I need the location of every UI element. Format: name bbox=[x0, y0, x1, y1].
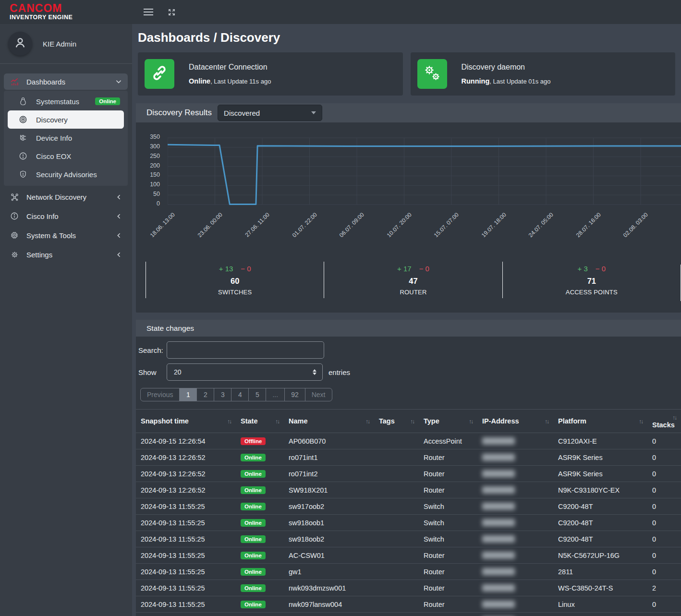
selected-filter-value: Discovered bbox=[224, 109, 260, 117]
card-status-detail: , Last Update 01s ago bbox=[489, 78, 550, 85]
added-count: + 13 bbox=[219, 265, 233, 273]
show-entries-row: Show 20 entries bbox=[138, 363, 681, 381]
table-row[interactable]: 2024-09-13 11:55:25Onlinesw918oob2Switch… bbox=[136, 531, 681, 547]
column-header-platform[interactable]: ↑↓Platform bbox=[553, 410, 647, 433]
cell-state: Online bbox=[236, 531, 284, 547]
cell-state: Online bbox=[236, 547, 284, 564]
page-length-select[interactable]: 20 bbox=[167, 363, 323, 381]
table-row[interactable]: 2024-09-13 11:55:25OnlineAC-CSW01RouterN… bbox=[136, 547, 681, 564]
sidebar-item-systemstatus[interactable]: SystemstatusOnline bbox=[8, 92, 124, 110]
cell-name: AP060B070 bbox=[284, 433, 374, 449]
expand-icon[interactable] bbox=[168, 8, 176, 16]
caret-down-icon bbox=[311, 111, 316, 114]
cell-tags bbox=[374, 613, 419, 616]
table-row[interactable]: 2024-09-15 12:26:54OfflineAP060B070Acces… bbox=[136, 433, 681, 449]
search-label: Search: bbox=[138, 346, 167, 354]
cell-state: Offline bbox=[236, 433, 284, 449]
cell-snapshot-time: 2024-09-13 11:55:25 bbox=[136, 564, 236, 580]
table-row[interactable]: 2024-09-13 12:26:52Onlinero071int1Router… bbox=[136, 449, 681, 466]
cell-snapshot-time: 2024-09-13 12:26:52 bbox=[136, 482, 236, 498]
x-axis-tick: 27.06. 11:00 bbox=[243, 211, 270, 238]
search-input[interactable] bbox=[167, 341, 324, 359]
stat-access-points: + 3− 071ACCESS POINTS bbox=[502, 262, 681, 298]
cell-stacks: 0 bbox=[647, 466, 681, 482]
sidebar-item-cisco-info[interactable]: Cisco Info bbox=[4, 208, 128, 224]
cell-ip-address bbox=[477, 547, 553, 564]
menu-icon[interactable] bbox=[144, 8, 153, 16]
page-button-next[interactable]: Next bbox=[305, 388, 332, 401]
cell-platform: N5K-C5672UP-16G bbox=[553, 547, 647, 564]
cell-state: Online bbox=[236, 580, 284, 596]
table-row[interactable]: 2024-09-13 12:26:52OnlineSW918X201Router… bbox=[136, 482, 681, 498]
column-header-tags[interactable]: ↑↓Tags bbox=[374, 410, 419, 433]
page-title: Dashboards / Discovery bbox=[132, 24, 681, 52]
page-button-4[interactable]: 4 bbox=[231, 388, 248, 401]
ip-address-redacted bbox=[482, 454, 515, 461]
page-button-92[interactable]: 92 bbox=[284, 388, 305, 401]
column-header-type[interactable]: ↑↓Type bbox=[419, 410, 477, 433]
cell-stacks: 0 bbox=[647, 613, 681, 616]
cell-platform: ASR9K Series bbox=[553, 449, 647, 466]
sidebar-item-cisco-eox[interactable]: Cisco EOX bbox=[8, 147, 124, 165]
table-row[interactable]: 2024-09-13 11:55:25Onlinenwk097lansw004R… bbox=[136, 596, 681, 613]
page-button-3[interactable]: 3 bbox=[214, 388, 231, 401]
link-icon bbox=[151, 64, 168, 84]
card-status: Online bbox=[189, 77, 210, 85]
page-length-value: 20 bbox=[174, 368, 182, 376]
x-axis-tick: 28.07. 16:00 bbox=[574, 211, 602, 239]
column-label: Type bbox=[424, 417, 439, 425]
card-status: Running bbox=[462, 77, 490, 85]
cell-type: AccessPoint bbox=[419, 433, 477, 449]
sidebar-item-label: Security Advisories bbox=[36, 170, 97, 179]
discovery-chart: 05010015020025030035018.06. 13:0023.06. … bbox=[136, 122, 681, 255]
cell-state: Online bbox=[236, 466, 284, 482]
brand-logo: CANCOM bbox=[10, 2, 132, 14]
discovered-filter-select[interactable]: Discovered bbox=[218, 105, 322, 121]
main-content: Dashboards / Discovery Datacenter Connec… bbox=[132, 24, 681, 616]
card-title: Discovery daemon bbox=[462, 63, 551, 72]
table-body: 2024-09-15 12:26:54OfflineAP060B070Acces… bbox=[136, 433, 681, 616]
table-row[interactable]: 2024-09-13 11:55:25Onlinesw918oob1Switch… bbox=[136, 515, 681, 531]
page-button-ellipsis[interactable]: ... bbox=[266, 388, 284, 401]
cell-type: Router bbox=[419, 564, 477, 580]
cell-snapshot-time: 2024-09-13 11:55:25 bbox=[136, 596, 236, 613]
column-header-state[interactable]: ↑↓State bbox=[236, 410, 284, 433]
page-button-2[interactable]: 2 bbox=[196, 388, 214, 401]
linux-icon bbox=[18, 97, 28, 106]
sidebar-item-network-discovery[interactable]: Network Discovery bbox=[4, 189, 128, 205]
column-header-ip-address[interactable]: ↑↓IP-Address bbox=[477, 410, 553, 433]
brand-subtitle: INVENTORY ENGINE bbox=[10, 14, 132, 21]
state-badge: Online bbox=[241, 568, 266, 576]
sidebar-item-device-info[interactable]: Device Info bbox=[8, 129, 124, 147]
shield-icon bbox=[18, 170, 28, 179]
sidebar-item-system-tools[interactable]: System & Tools bbox=[4, 227, 128, 243]
column-header-name[interactable]: ↑↓Name bbox=[284, 410, 374, 433]
cell-name: nwk093dmzsw001 bbox=[284, 580, 374, 596]
status-cards: Datacenter Connection Online, Last Updat… bbox=[138, 52, 675, 96]
device-type-label: SWITCHES bbox=[146, 289, 324, 296]
cell-platform: 3640 bbox=[553, 613, 647, 616]
sidebar-item-security-advisories[interactable]: Security Advisories bbox=[8, 165, 124, 183]
cell-snapshot-time: 2024-09-15 12:26:54 bbox=[136, 433, 236, 449]
column-header-snapshot-time[interactable]: ↑↓Snapshot time bbox=[136, 410, 236, 433]
state-badge: Online bbox=[241, 584, 266, 592]
cell-type: Router bbox=[419, 482, 477, 498]
sidebar-item-settings[interactable]: Settings bbox=[4, 246, 128, 263]
page-button-5[interactable]: 5 bbox=[248, 388, 266, 401]
sidebar-item-discovery[interactable]: Discovery bbox=[8, 110, 124, 129]
table-row[interactable]: 2024-09-13 11:55:25Onlinenwk093dmzsw001R… bbox=[136, 580, 681, 596]
table-row[interactable]: 2024-09-13 11:55:25Onlinegw1Router28110 bbox=[136, 564, 681, 580]
table-row[interactable]: 2024-09-13 11:55:25Onliner060fwm11Router… bbox=[136, 613, 681, 616]
topbar bbox=[132, 0, 681, 24]
chart-line-icon bbox=[10, 77, 19, 86]
page-button-1[interactable]: 1 bbox=[179, 388, 196, 401]
column-header-stacks[interactable]: ↑↓Stacks bbox=[647, 410, 681, 433]
stat-switches: + 13− 060SWITCHES bbox=[146, 262, 324, 298]
cell-platform: Linux bbox=[553, 596, 647, 613]
table-row[interactable]: 2024-09-13 12:26:52Onlinero071int2Router… bbox=[136, 466, 681, 482]
page-button-previous[interactable]: Previous bbox=[141, 388, 179, 401]
cell-stacks: 0 bbox=[647, 547, 681, 564]
table-row[interactable]: 2024-09-13 11:55:25Onlinesw917oob2Switch… bbox=[136, 498, 681, 515]
discovery-results-title: Discovery Results bbox=[146, 108, 212, 118]
sidebar-item-dashboards[interactable]: Dashboards bbox=[4, 73, 128, 90]
